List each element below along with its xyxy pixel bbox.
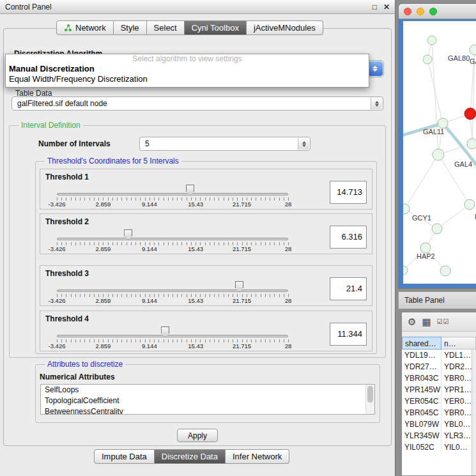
table-row[interactable]: YBL079WYBL0… <box>402 418 472 430</box>
table-scrollbar[interactable] <box>472 349 476 475</box>
network-node[interactable] <box>464 199 475 210</box>
columns-icon[interactable]: ▦ <box>422 317 431 326</box>
slider-track[interactable] <box>57 335 288 337</box>
table-cell[interactable]: YPR145W <box>402 384 441 395</box>
tab-select-label: Select <box>154 23 177 33</box>
network-node[interactable] <box>467 139 476 149</box>
network-node-selected[interactable] <box>464 108 476 119</box>
table-cell[interactable]: YER054C <box>402 395 441 407</box>
threshold-3-slider[interactable]: -3.4262.8599.14415.4321.71528 <box>40 266 332 307</box>
dropdown-option-equal-width[interactable]: Equal Width/Frequency Discretization <box>6 74 369 84</box>
tab-discretize-data[interactable]: Discretize Data <box>155 449 226 464</box>
slider-track[interactable] <box>57 289 288 292</box>
threshold-3-value[interactable]: 21.4 <box>330 277 367 300</box>
network-node[interactable] <box>403 204 410 214</box>
table-cell[interactable]: YBR0… <box>441 407 472 418</box>
table-row[interactable]: YBR043CYBR0… <box>402 372 472 384</box>
table-cell[interactable]: YBR0… <box>441 372 472 384</box>
table-row[interactable]: YDR27…YDR2… <box>402 361 472 372</box>
dropdown-option-manual-discretization[interactable]: Manual Discretization <box>6 64 369 74</box>
table-cell[interactable]: YIL052C <box>402 441 441 453</box>
table-panel-header[interactable]: Table Panel <box>398 291 476 309</box>
table-cell[interactable]: YBR043C <box>402 372 441 384</box>
tab-cyni-toolbox[interactable]: Cyni Toolbox <box>185 20 247 35</box>
scrollbar-thumb[interactable] <box>367 386 373 403</box>
window-title: Control Panel <box>5 3 52 12</box>
threshold-4-slider[interactable]: -3.4262.8599.14415.4321.71528 <box>40 311 332 352</box>
table-row[interactable]: YLR345WYLR3… <box>402 430 472 441</box>
table-cell[interactable]: YLR3… <box>441 430 472 441</box>
list-item[interactable]: TopologicalCoefficient <box>41 395 374 406</box>
table-cell[interactable]: YBR045C <box>402 407 441 418</box>
close-icon[interactable]: ✕ <box>383 3 390 12</box>
list-item[interactable]: BetweennessCentrality <box>41 406 374 415</box>
number-of-intervals-combobox[interactable]: 5 <box>139 137 311 151</box>
table-cell[interactable]: YDR27… <box>402 361 441 372</box>
network-node-label: GA <box>470 58 476 65</box>
column-header-name[interactable]: n… <box>441 337 476 349</box>
network-canvas[interactable]: GAL80GAGAL11GAL4GCY1HHAP2 <box>403 21 476 284</box>
network-node[interactable] <box>432 224 442 234</box>
table-row[interactable]: YER054CYER0… <box>402 395 472 407</box>
table-body[interactable]: YDL19…YDL1…YDR27…YDR2…YBR043CYBR0…YPR145… <box>402 349 472 475</box>
table-cell[interactable]: YDR2… <box>441 361 472 372</box>
network-node[interactable] <box>403 266 408 275</box>
table-cell[interactable]: YLR345W <box>402 430 441 441</box>
slider-track[interactable] <box>57 238 288 240</box>
list-scrollbar[interactable] <box>365 385 374 414</box>
threshold-2-slider[interactable]: -3.4262.8599.14415.4321.71528 <box>40 214 332 255</box>
network-node[interactable] <box>470 45 476 55</box>
tab-network[interactable]: Network <box>56 20 114 35</box>
zoom-traffic-light-icon[interactable] <box>429 8 437 15</box>
list-item[interactable]: SelfLoops <box>41 385 374 395</box>
tab-select[interactable]: Select <box>147 20 185 35</box>
network-window-titlebar[interactable] <box>399 4 476 19</box>
table-row[interactable]: YPR145WYPR1… <box>402 384 472 395</box>
threshold-2-value[interactable]: 6.316 <box>330 226 367 249</box>
column-header-shared-name[interactable]: shared… <box>402 337 441 349</box>
network-node[interactable] <box>433 149 444 160</box>
combo-stepper-icon[interactable] <box>298 138 309 150</box>
tab-jactivemnodules[interactable]: jActiveMNodules <box>247 20 323 35</box>
checkbox-icons[interactable]: ☑☑ <box>437 319 450 325</box>
minimize-traffic-light-icon[interactable] <box>417 8 424 15</box>
table-cell[interactable]: YDL19… <box>402 349 441 361</box>
interval-definition-title: Interval Definition <box>19 121 83 130</box>
combo-arrows-icon[interactable] <box>367 61 383 76</box>
combo-stepper-icon[interactable] <box>371 98 382 109</box>
network-node[interactable] <box>423 55 432 64</box>
control-panel-titlebar[interactable]: Control Panel □ ✕ <box>0 0 395 14</box>
table-cell[interactable]: YBL0… <box>441 418 472 430</box>
threshold-1-slider[interactable]: -3.4262.8599.14415.4321.71528 <box>40 169 332 210</box>
table-row[interactable]: YIL052CYIL0… <box>402 441 472 453</box>
table-cell[interactable]: YIL0… <box>441 441 472 453</box>
network-edge <box>432 40 438 155</box>
threshold-1-value[interactable]: 14.713 <box>330 181 367 204</box>
table-cell[interactable]: YBL079W <box>402 418 441 430</box>
table-row[interactable]: YBR045CYBR0… <box>402 407 472 418</box>
tab-impute-data[interactable]: Impute Data <box>94 449 155 464</box>
numerical-attributes-list[interactable]: SelfLoopsTopologicalCoefficientBetweenne… <box>40 384 375 415</box>
apply-button[interactable]: Apply <box>177 429 218 442</box>
threshold-4-panel: Threshold 4 -3.4262.8599.14415.4321.7152… <box>40 311 372 351</box>
network-node-label: HAP2 <box>417 252 435 260</box>
slider-track[interactable] <box>57 193 288 196</box>
table-cell[interactable]: YER0… <box>441 395 472 407</box>
table-cell[interactable]: YPR1… <box>441 384 472 395</box>
threshold-1-panel: Threshold 1 -3.4262.8599.14415.4321.7152… <box>40 169 372 210</box>
table-cell[interactable]: YDL1… <box>441 349 472 361</box>
float-icon[interactable]: □ <box>372 3 377 12</box>
network-node[interactable] <box>427 36 436 45</box>
network-node[interactable] <box>420 243 431 253</box>
slider-ticks <box>57 294 289 297</box>
network-node[interactable] <box>438 118 448 128</box>
network-node[interactable] <box>440 266 450 276</box>
threshold-4-value[interactable]: 11.344 <box>330 323 367 346</box>
table-row[interactable]: YDL19…YDL1… <box>402 349 472 361</box>
table-data-combobox[interactable]: galFiltered.sif default node <box>12 96 383 111</box>
tab-style[interactable]: Style <box>114 20 147 35</box>
close-traffic-light-icon[interactable] <box>404 8 411 15</box>
control-panel-window: Control Panel □ ✕ Network S <box>0 0 395 476</box>
gear-icon[interactable]: ⚙ <box>408 317 416 326</box>
tab-infer-network[interactable]: Infer Network <box>226 449 289 464</box>
